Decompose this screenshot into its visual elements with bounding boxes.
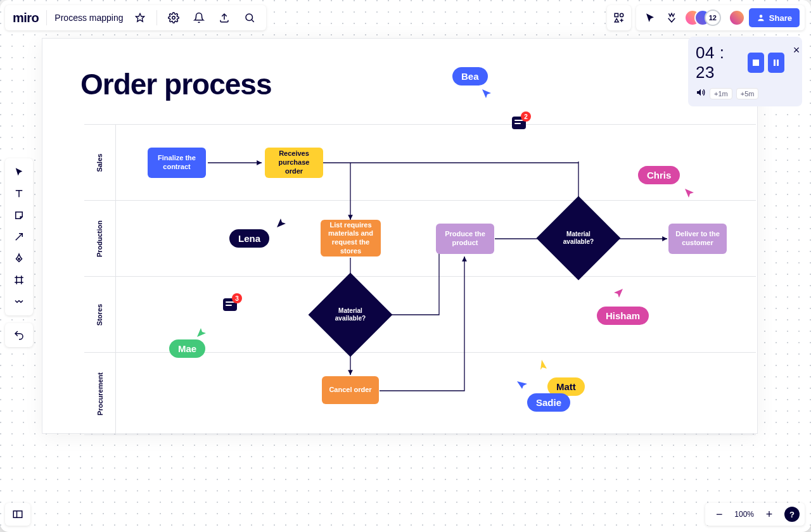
- svg-rect-13: [777, 60, 779, 66]
- frame-tool-icon[interactable]: [10, 271, 28, 289]
- app-frame: miro Process mapping: [0, 0, 811, 532]
- cursor-tag-lena: Lena: [229, 229, 269, 248]
- node-cancel[interactable]: Cancel order: [322, 376, 379, 404]
- node-finalize[interactable]: Finalize the contract: [148, 148, 206, 178]
- node-receives[interactable]: Receives purchase order: [265, 148, 323, 178]
- cursor-tag-mae: Mae: [169, 339, 205, 358]
- svg-rect-19: [13, 511, 22, 518]
- undo-button[interactable]: [5, 323, 33, 347]
- zoom-percent[interactable]: 100%: [734, 510, 754, 519]
- select-tool-icon[interactable]: [10, 163, 28, 181]
- help-button[interactable]: ?: [784, 507, 800, 522]
- pen-tool-icon[interactable]: [10, 250, 28, 267]
- zoom-in-button[interactable]: +: [760, 505, 778, 523]
- cursor-tag-sadie: Sadie: [527, 393, 570, 412]
- comment-bubble[interactable]: 3: [223, 298, 237, 311]
- cursor-tool-icon[interactable]: [641, 9, 659, 27]
- diamond-label: Material available?: [321, 285, 380, 345]
- svg-marker-7: [615, 19, 618, 22]
- comment-count-badge: 2: [521, 111, 531, 122]
- star-icon[interactable]: [131, 9, 149, 27]
- timer-panel[interactable]: × 04 : 23 +1m +5m: [688, 37, 802, 106]
- lane-label: Procurement: [96, 372, 104, 415]
- current-user-avatar[interactable]: [729, 10, 745, 26]
- cursor-tag-bea: Bea: [452, 67, 488, 86]
- timer-add-5m[interactable]: +5m: [736, 88, 759, 99]
- zoom-out-button[interactable]: −: [710, 505, 728, 523]
- left-toolbar: [5, 158, 33, 315]
- cursor-icon: [537, 358, 549, 371]
- svg-point-14: [18, 258, 20, 260]
- page-title[interactable]: Order process: [80, 67, 271, 101]
- board-name[interactable]: Process mapping: [54, 13, 123, 23]
- cursor-tag-hisham: Hisham: [597, 307, 649, 325]
- svg-marker-0: [136, 13, 144, 22]
- upload-icon[interactable]: [215, 9, 233, 27]
- zoom-controls: − 100% + ?: [705, 503, 805, 526]
- node-list[interactable]: List requires materials and request the …: [321, 220, 381, 256]
- diamond-label: Material available?: [549, 208, 608, 268]
- svg-line-4: [252, 20, 253, 22]
- miro-logo[interactable]: miro: [13, 11, 39, 25]
- share-button[interactable]: Share: [749, 8, 800, 27]
- search-icon[interactable]: [241, 9, 259, 27]
- svg-rect-12: [774, 60, 776, 66]
- top-bar: miro Process mapping: [5, 5, 266, 30]
- reactions-icon[interactable]: [663, 9, 680, 27]
- more-tools-icon[interactable]: [10, 293, 28, 310]
- node-deliver[interactable]: Deliver to the customer: [668, 224, 727, 254]
- canvas-frame[interactable]: Order process Sales Production Stores Pr…: [42, 38, 758, 434]
- cursor-tag-chris: Chris: [638, 166, 680, 184]
- sticky-tool-icon[interactable]: [10, 206, 28, 224]
- lane-procurement: Procurement: [84, 353, 756, 435]
- comment-bubble[interactable]: 2: [512, 117, 526, 129]
- divider: [46, 10, 47, 25]
- share-button-label: Share: [769, 13, 792, 23]
- node-material-available-2[interactable]: Material available?: [549, 208, 608, 268]
- timer-display: 04 : 23: [696, 43, 748, 82]
- avatar-overflow-count: 12: [705, 10, 721, 26]
- arrow-tool-icon[interactable]: [10, 228, 28, 246]
- text-tool-icon[interactable]: [10, 185, 28, 203]
- svg-rect-5: [615, 13, 618, 16]
- cursor-icon: [516, 377, 528, 390]
- cursor-icon: [276, 216, 288, 229]
- lane-production: Production: [84, 201, 756, 277]
- timer-pause-button[interactable]: [768, 53, 784, 73]
- apps-button[interactable]: [607, 5, 631, 30]
- node-material-available-1[interactable]: Material available?: [321, 285, 380, 345]
- cursor-icon: [611, 288, 624, 300]
- top-right-cluster: 12 Share: [607, 5, 805, 30]
- svg-point-6: [620, 13, 623, 16]
- lane-label: Sales: [96, 153, 104, 172]
- close-icon[interactable]: ×: [789, 43, 803, 57]
- svg-rect-11: [753, 60, 759, 66]
- cursor-icon: [481, 88, 494, 101]
- cursor-icon: [196, 326, 208, 338]
- node-produce[interactable]: Produce the product: [436, 224, 494, 254]
- bell-icon[interactable]: [190, 9, 208, 27]
- lane-label: Stores: [96, 303, 104, 325]
- sound-icon[interactable]: [696, 87, 706, 100]
- comment-count-badge: 3: [232, 293, 242, 303]
- minimap-button[interactable]: [5, 503, 30, 526]
- avatar-stack[interactable]: 12: [684, 10, 721, 26]
- timer-stop-button[interactable]: [748, 53, 764, 73]
- lane-label: Production: [96, 220, 104, 256]
- svg-point-3: [246, 14, 253, 21]
- cursor-icon: [684, 187, 696, 200]
- svg-point-10: [760, 15, 763, 18]
- svg-point-1: [172, 16, 175, 20]
- collab-panel: 12 Share: [636, 5, 805, 30]
- settings-icon[interactable]: [165, 9, 182, 27]
- divider: [156, 10, 157, 25]
- timer-add-1m[interactable]: +1m: [710, 88, 732, 99]
